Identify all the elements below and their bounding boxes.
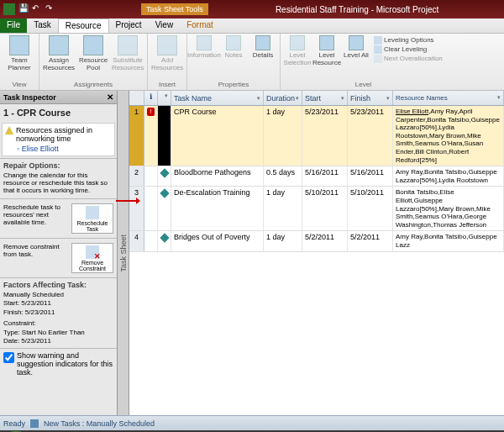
- start-cell[interactable]: 5/16/2011: [302, 166, 348, 186]
- tab-view[interactable]: View: [149, 18, 181, 33]
- remove-constraint-text: Remove constraint from task.: [3, 243, 68, 273]
- remove-constraint-section: Remove constraint from task. Remove Cons…: [0, 238, 117, 277]
- leveling-options-list: Leveling Options Clear Leveling Next Ove…: [372, 35, 443, 64]
- duration-cell[interactable]: 1 day: [264, 231, 302, 250]
- next-overallocation-icon: [374, 55, 382, 63]
- level-all-icon: [349, 35, 364, 50]
- tab-format[interactable]: Format: [180, 18, 220, 33]
- resources-cell[interactable]: Bonita Tatsibo,Elise Elliott,Guiseppe La…: [393, 187, 504, 230]
- quick-access-toolbar[interactable]: 💾 ↶ ↷: [18, 3, 57, 15]
- table-row[interactable]: 2 Bloodborne Pathogens 0.5 days 5/16/201…: [129, 166, 504, 187]
- ribbon-group-view: Team Planner View: [0, 34, 39, 90]
- details-button[interactable]: Details: [249, 35, 276, 60]
- finish-cell[interactable]: 5/16/2011: [348, 166, 393, 186]
- mode-cell[interactable]: [158, 187, 171, 230]
- col-task-name[interactable]: Task Name▾: [171, 91, 264, 105]
- remove-constraint-button[interactable]: Remove Constraint: [71, 243, 113, 273]
- col-indicators[interactable]: ℹ: [144, 91, 158, 105]
- level-resource-button[interactable]: Level Resource: [313, 35, 340, 67]
- row-number[interactable]: 3: [129, 187, 144, 230]
- mode-cell[interactable]: [158, 166, 171, 186]
- inspector-header: Task Inspector ✕: [0, 91, 117, 104]
- task-name-cell[interactable]: Bridges Out of Poverty: [171, 231, 264, 250]
- col-finish[interactable]: Finish▾: [348, 91, 393, 105]
- start-cell[interactable]: 5/10/2011: [302, 187, 348, 230]
- duration-cell[interactable]: 1 day: [264, 106, 302, 166]
- manual-mode-icon: [160, 234, 169, 243]
- col-task-mode[interactable]: Task Mode▾: [158, 91, 171, 105]
- group-label-view: View: [3, 81, 35, 88]
- tab-task[interactable]: Task: [27, 18, 58, 33]
- tab-project[interactable]: Project: [109, 18, 149, 33]
- resources-cell[interactable]: Amy Ray,Bonita Tatsibo,Guiseppe Lazz: [393, 231, 504, 250]
- status-mode[interactable]: New Tasks : Manually Scheduled: [44, 419, 155, 428]
- finish-cell[interactable]: 5/10/2011: [348, 187, 393, 230]
- resource-pool-icon: [83, 35, 103, 55]
- show-warning-checkbox[interactable]: Show warning and suggestion indicators f…: [3, 351, 113, 377]
- mode-icon[interactable]: [30, 419, 39, 428]
- assign-resources-button[interactable]: Assign Resources: [43, 35, 75, 72]
- manual-mode-icon: [160, 189, 169, 198]
- task-sheet-vertical-label[interactable]: Task Sheet: [118, 91, 129, 415]
- reschedule-text: Reschedule task to resources' next avail…: [3, 203, 68, 234]
- team-planner-button[interactable]: Team Planner: [3, 35, 35, 72]
- close-icon[interactable]: ✕: [107, 92, 113, 102]
- task-name-cell[interactable]: CPR Course: [171, 106, 264, 166]
- sheet-header-row: ℹ Task Mode▾ Task Name▾ Duration▾ Start▾…: [129, 91, 504, 106]
- col-start[interactable]: Start▾: [302, 91, 348, 105]
- leveling-options-button[interactable]: Leveling Options: [374, 35, 443, 45]
- finish-cell[interactable]: 5/23/2011: [348, 106, 393, 166]
- substitute-resources-button: Substitute Resources: [112, 35, 144, 72]
- reschedule-task-button[interactable]: Reschedule Task: [71, 203, 113, 234]
- clear-leveling-button[interactable]: Clear Leveling: [374, 45, 443, 54]
- resources-cell[interactable]: Amy Ray,Bonita Tatsibo,Guiseppe Lazzaro[…: [393, 166, 504, 186]
- table-row[interactable]: 1 ! CPR Course 1 day 5/23/2011 5/23/2011…: [129, 106, 504, 166]
- overallocation-icon: !: [147, 108, 155, 116]
- resources-cell[interactable]: Elise Elliott,Amy Ray,April Carpenter,Bo…: [393, 106, 504, 166]
- duration-cell[interactable]: 1 day: [264, 187, 302, 230]
- start-cell[interactable]: 5/2/2011: [302, 231, 348, 250]
- undo-icon[interactable]: ↶: [32, 3, 44, 15]
- add-resources-icon: [157, 35, 177, 55]
- finish-cell[interactable]: 5/2/2011: [348, 231, 393, 250]
- next-overallocation-button[interactable]: Next Overallocation: [374, 54, 443, 63]
- duration-cell[interactable]: 0.5 days: [264, 166, 302, 186]
- level-all-button[interactable]: Level All: [343, 35, 370, 60]
- callout-arrow: [116, 200, 137, 202]
- start-cell[interactable]: 5/23/2011: [302, 106, 348, 166]
- table-row[interactable]: 4 Bridges Out of Poverty 1 day 5/2/2011 …: [129, 231, 504, 251]
- level-resource-icon: [319, 35, 334, 50]
- col-rownum[interactable]: [129, 91, 144, 105]
- app-icon: [3, 3, 15, 15]
- group-label-level: Level: [284, 81, 443, 88]
- warning-icon: [5, 126, 13, 134]
- show-warning-input[interactable]: [3, 352, 14, 363]
- leveling-options-icon: [374, 36, 382, 45]
- show-warning-label: Show warning and suggestion indicators f…: [17, 351, 113, 377]
- resource-pool-button[interactable]: Resource Pool: [77, 35, 109, 72]
- assign-resources-icon: [49, 35, 69, 55]
- mode-cell[interactable]: [158, 231, 171, 250]
- row-number[interactable]: 1: [129, 106, 144, 166]
- save-icon[interactable]: 💾: [18, 3, 30, 15]
- task-name-cell[interactable]: De-Escalation Training: [171, 187, 264, 230]
- col-duration[interactable]: Duration▾: [264, 91, 302, 105]
- tab-file[interactable]: File: [0, 18, 27, 33]
- col-resource-names[interactable]: Resource Names▾: [393, 91, 504, 105]
- table-row[interactable]: 3 De-Escalation Training 1 day 5/10/2011…: [129, 187, 504, 231]
- redo-icon[interactable]: ↷: [45, 3, 57, 15]
- row-number[interactable]: 4: [129, 231, 144, 250]
- row-number[interactable]: 2: [129, 166, 144, 186]
- task-name-cell[interactable]: Bloodborne Pathogens: [171, 166, 264, 186]
- tab-resource[interactable]: Resource: [58, 18, 109, 33]
- add-resources-button: Add Resources: [151, 35, 183, 72]
- indicator-cell[interactable]: [144, 187, 158, 230]
- indicator-cell[interactable]: [144, 231, 158, 250]
- repair-options-header: Repair Options:: [3, 161, 113, 170]
- mode-cell[interactable]: [158, 106, 171, 166]
- status-bar: Ready New Tasks : Manually Scheduled: [0, 415, 504, 430]
- status-ready: Ready: [3, 419, 25, 428]
- warning-resource-link[interactable]: ◦ Elise Elliott: [5, 145, 112, 153]
- indicator-cell[interactable]: [144, 166, 158, 186]
- indicator-cell[interactable]: !: [144, 106, 158, 166]
